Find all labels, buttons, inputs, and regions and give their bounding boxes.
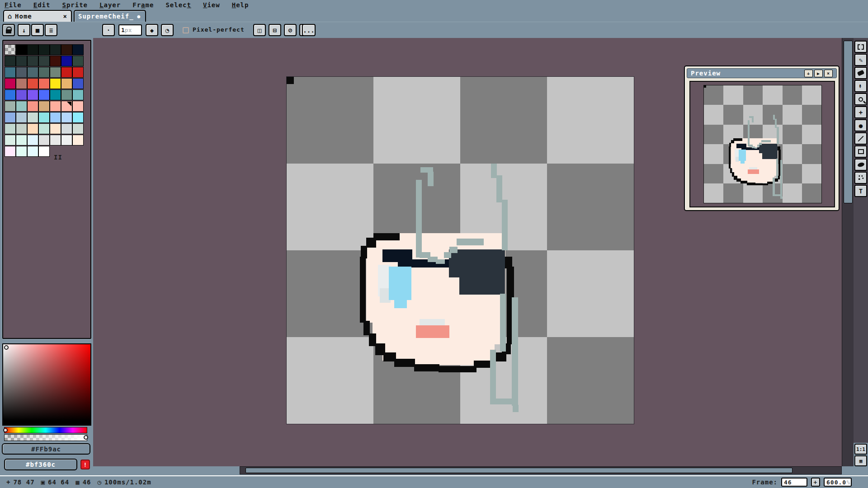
pixel-perfect-checkbox[interactable] [183, 27, 189, 33]
background-color-swatch[interactable]: #bf360c [4, 459, 77, 470]
timeline-toggle-button[interactable]: ▦ [854, 455, 867, 466]
palette-color[interactable] [50, 135, 61, 145]
horizontal-scrollbar[interactable] [240, 466, 842, 474]
drop-pixels-button[interactable]: ↓ [18, 24, 30, 36]
palette-color[interactable] [50, 112, 61, 123]
palette-color[interactable] [61, 56, 72, 66]
palette-color[interactable] [27, 112, 38, 123]
menu-layer[interactable]: Layer [99, 1, 121, 9]
move-tool[interactable]: + [854, 106, 867, 118]
symmetry-button-2[interactable]: ⊘ [284, 24, 297, 36]
foreground-color-swatch[interactable]: #FFb9ac [2, 443, 90, 455]
palette-color[interactable] [5, 101, 16, 112]
fill-mode-button[interactable]: ■ [31, 24, 44, 36]
preview-play-button[interactable]: ▶ [814, 70, 823, 77]
horizontal-scrollbar-thumb[interactable] [245, 468, 793, 473]
brush-shape-button[interactable]: · [102, 24, 115, 36]
palette-color[interactable] [38, 123, 50, 134]
palette-color[interactable] [16, 123, 27, 134]
palette-color[interactable] [38, 135, 50, 145]
palette-resize-handle[interactable]: II [54, 154, 62, 161]
palette-color[interactable] [72, 135, 84, 145]
palette-color[interactable] [16, 146, 27, 157]
add-frame-button[interactable]: + [811, 478, 820, 487]
palette-color[interactable] [72, 44, 84, 55]
palette-color[interactable] [50, 89, 61, 100]
palette-color[interactable] [16, 44, 27, 55]
palette-color[interactable] [5, 123, 16, 134]
palette-color[interactable] [72, 101, 84, 112]
hue-marker[interactable] [3, 428, 8, 432]
eraser-tool[interactable] [854, 67, 867, 79]
preview-title-bar[interactable]: Preview + ▶ × [687, 68, 837, 78]
palette-color[interactable] [61, 89, 72, 100]
palette-color[interactable] [72, 78, 84, 89]
palette-color[interactable] [38, 101, 50, 112]
palette-color[interactable] [38, 112, 50, 123]
palette-color[interactable] [27, 101, 38, 112]
contour-tool[interactable] [854, 159, 867, 171]
palette-color[interactable] [5, 44, 16, 55]
palette-color[interactable] [38, 44, 50, 55]
palette-color[interactable] [16, 78, 27, 89]
palette-color[interactable] [61, 78, 72, 89]
zoom-level-input[interactable]: 600.0% [824, 478, 852, 487]
eyedropper-tool[interactable]: ✒ [854, 80, 867, 92]
palette-color[interactable] [27, 89, 38, 100]
vertical-scrollbar[interactable] [842, 38, 854, 466]
palette-color[interactable] [16, 56, 27, 66]
palette-color[interactable] [5, 56, 16, 66]
palette-color[interactable] [38, 67, 50, 78]
palette-color[interactable] [61, 44, 72, 55]
hue-slider[interactable] [4, 427, 87, 433]
ink-button[interactable]: ◆ [146, 24, 158, 36]
menu-frame[interactable]: Frame [132, 1, 154, 9]
palette-color[interactable] [38, 56, 50, 66]
color-warning-icon[interactable]: ! [80, 460, 90, 469]
color-picker-gradient[interactable] [2, 343, 91, 426]
menu-help[interactable]: Help [232, 1, 249, 9]
palette-color[interactable] [16, 67, 27, 78]
zoom-tool[interactable] [854, 93, 867, 105]
palette-color[interactable] [5, 89, 16, 100]
sprite-canvas[interactable] [287, 77, 634, 424]
palette-color[interactable] [16, 112, 27, 123]
symmetry-more-button[interactable]: ... [302, 24, 316, 36]
tab-document[interactable]: SupremeCheif_ ● [74, 10, 146, 22]
paint-bucket-tool[interactable]: ● [854, 119, 867, 131]
menu-view[interactable]: View [203, 1, 220, 9]
rectangular-marquee-tool[interactable] [854, 41, 867, 53]
palette-color[interactable] [16, 135, 27, 145]
palette-color[interactable] [16, 101, 27, 112]
lock-button[interactable] [2, 24, 15, 36]
palette-color[interactable] [27, 135, 38, 145]
palette-color[interactable] [27, 67, 38, 78]
text-tool[interactable]: T [854, 185, 867, 197]
dynamics-button[interactable]: ◔ [161, 24, 174, 36]
brush-size-input[interactable]: 1px [118, 24, 142, 36]
palette-color[interactable] [50, 78, 61, 89]
menu-sprite[interactable]: Sprite [62, 1, 88, 9]
alpha-slider[interactable] [4, 434, 87, 441]
palette-color[interactable] [61, 135, 72, 145]
palette-color[interactable] [72, 56, 84, 66]
palette-color[interactable] [5, 67, 16, 78]
pencil-tool[interactable]: ✎ [854, 54, 867, 66]
line-tool[interactable] [854, 132, 867, 145]
palette-color[interactable] [50, 123, 61, 134]
palette-color[interactable] [72, 67, 84, 78]
symmetry-button-1[interactable]: ⊟ [269, 24, 281, 36]
palette-color[interactable] [72, 89, 84, 100]
palette-color[interactable] [5, 146, 16, 157]
palette-color[interactable] [5, 112, 16, 123]
vertical-scrollbar-thumb[interactable] [844, 41, 853, 203]
palette-color[interactable] [50, 67, 61, 78]
options-menu-button[interactable]: ≡ [45, 24, 57, 36]
palette-color[interactable] [38, 89, 50, 100]
palette-color[interactable] [27, 146, 38, 157]
menu-file[interactable]: File [5, 1, 22, 9]
tab-home-close-icon[interactable]: × [63, 13, 67, 20]
preview-close-button[interactable]: × [824, 70, 833, 77]
palette-color[interactable] [61, 112, 72, 123]
zoom-1-1-button[interactable]: 1:1 [854, 444, 867, 455]
